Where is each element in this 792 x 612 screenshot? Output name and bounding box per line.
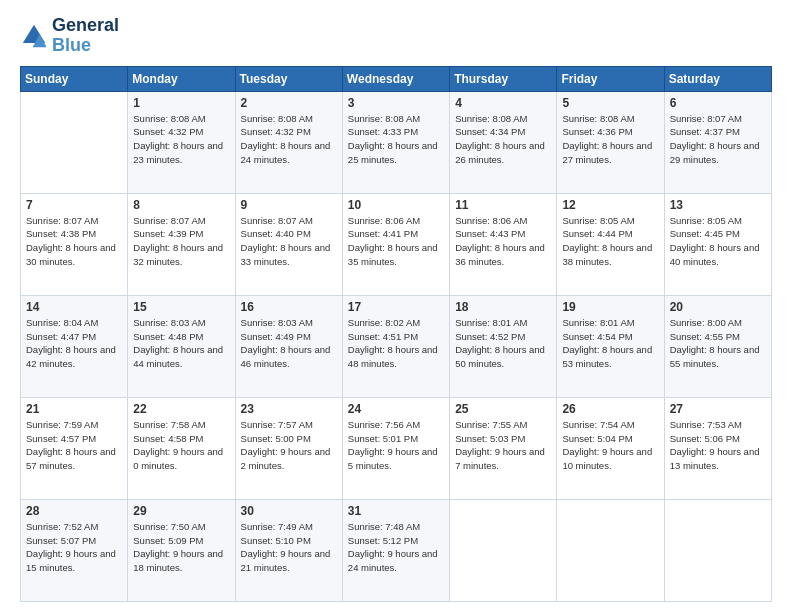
day-info: Sunrise: 8:03 AM Sunset: 4:48 PM Dayligh… xyxy=(133,316,229,371)
weekday-header-monday: Monday xyxy=(128,66,235,91)
calendar-cell: 28Sunrise: 7:52 AM Sunset: 5:07 PM Dayli… xyxy=(21,499,128,601)
day-number: 4 xyxy=(455,96,551,110)
calendar-cell: 15Sunrise: 8:03 AM Sunset: 4:48 PM Dayli… xyxy=(128,295,235,397)
day-number: 12 xyxy=(562,198,658,212)
header: General Blue xyxy=(20,16,772,56)
day-number: 30 xyxy=(241,504,337,518)
calendar-cell: 16Sunrise: 8:03 AM Sunset: 4:49 PM Dayli… xyxy=(235,295,342,397)
day-number: 8 xyxy=(133,198,229,212)
calendar-cell: 1Sunrise: 8:08 AM Sunset: 4:32 PM Daylig… xyxy=(128,91,235,193)
calendar-cell: 7Sunrise: 8:07 AM Sunset: 4:38 PM Daylig… xyxy=(21,193,128,295)
day-number: 23 xyxy=(241,402,337,416)
day-info: Sunrise: 7:53 AM Sunset: 5:06 PM Dayligh… xyxy=(670,418,766,473)
day-info: Sunrise: 7:55 AM Sunset: 5:03 PM Dayligh… xyxy=(455,418,551,473)
day-info: Sunrise: 8:08 AM Sunset: 4:32 PM Dayligh… xyxy=(241,112,337,167)
calendar-cell: 8Sunrise: 8:07 AM Sunset: 4:39 PM Daylig… xyxy=(128,193,235,295)
day-number: 14 xyxy=(26,300,122,314)
day-number: 17 xyxy=(348,300,444,314)
calendar-cell: 14Sunrise: 8:04 AM Sunset: 4:47 PM Dayli… xyxy=(21,295,128,397)
day-info: Sunrise: 7:54 AM Sunset: 5:04 PM Dayligh… xyxy=(562,418,658,473)
weekday-header-friday: Friday xyxy=(557,66,664,91)
day-info: Sunrise: 8:05 AM Sunset: 4:44 PM Dayligh… xyxy=(562,214,658,269)
day-number: 31 xyxy=(348,504,444,518)
day-info: Sunrise: 7:50 AM Sunset: 5:09 PM Dayligh… xyxy=(133,520,229,575)
day-info: Sunrise: 8:07 AM Sunset: 4:39 PM Dayligh… xyxy=(133,214,229,269)
weekday-header-tuesday: Tuesday xyxy=(235,66,342,91)
day-info: Sunrise: 7:52 AM Sunset: 5:07 PM Dayligh… xyxy=(26,520,122,575)
weekday-header-wednesday: Wednesday xyxy=(342,66,449,91)
weekday-header-saturday: Saturday xyxy=(664,66,771,91)
day-number: 11 xyxy=(455,198,551,212)
calendar-cell: 13Sunrise: 8:05 AM Sunset: 4:45 PM Dayli… xyxy=(664,193,771,295)
calendar-cell: 17Sunrise: 8:02 AM Sunset: 4:51 PM Dayli… xyxy=(342,295,449,397)
calendar-week-2: 14Sunrise: 8:04 AM Sunset: 4:47 PM Dayli… xyxy=(21,295,772,397)
day-number: 2 xyxy=(241,96,337,110)
calendar-cell: 4Sunrise: 8:08 AM Sunset: 4:34 PM Daylig… xyxy=(450,91,557,193)
day-number: 13 xyxy=(670,198,766,212)
day-number: 1 xyxy=(133,96,229,110)
calendar-week-0: 1Sunrise: 8:08 AM Sunset: 4:32 PM Daylig… xyxy=(21,91,772,193)
weekday-row: SundayMondayTuesdayWednesdayThursdayFrid… xyxy=(21,66,772,91)
day-number: 29 xyxy=(133,504,229,518)
day-number: 10 xyxy=(348,198,444,212)
day-number: 28 xyxy=(26,504,122,518)
day-info: Sunrise: 8:05 AM Sunset: 4:45 PM Dayligh… xyxy=(670,214,766,269)
day-info: Sunrise: 8:08 AM Sunset: 4:33 PM Dayligh… xyxy=(348,112,444,167)
day-info: Sunrise: 8:00 AM Sunset: 4:55 PM Dayligh… xyxy=(670,316,766,371)
day-info: Sunrise: 8:08 AM Sunset: 4:34 PM Dayligh… xyxy=(455,112,551,167)
calendar-cell: 9Sunrise: 8:07 AM Sunset: 4:40 PM Daylig… xyxy=(235,193,342,295)
calendar-cell: 27Sunrise: 7:53 AM Sunset: 5:06 PM Dayli… xyxy=(664,397,771,499)
day-number: 24 xyxy=(348,402,444,416)
day-number: 19 xyxy=(562,300,658,314)
day-number: 3 xyxy=(348,96,444,110)
calendar-cell xyxy=(557,499,664,601)
calendar-cell: 11Sunrise: 8:06 AM Sunset: 4:43 PM Dayli… xyxy=(450,193,557,295)
day-info: Sunrise: 7:49 AM Sunset: 5:10 PM Dayligh… xyxy=(241,520,337,575)
calendar-table: SundayMondayTuesdayWednesdayThursdayFrid… xyxy=(20,66,772,602)
calendar-cell: 23Sunrise: 7:57 AM Sunset: 5:00 PM Dayli… xyxy=(235,397,342,499)
day-number: 20 xyxy=(670,300,766,314)
calendar-cell xyxy=(664,499,771,601)
calendar-cell: 24Sunrise: 7:56 AM Sunset: 5:01 PM Dayli… xyxy=(342,397,449,499)
day-info: Sunrise: 7:56 AM Sunset: 5:01 PM Dayligh… xyxy=(348,418,444,473)
calendar-cell: 31Sunrise: 7:48 AM Sunset: 5:12 PM Dayli… xyxy=(342,499,449,601)
calendar-cell: 5Sunrise: 8:08 AM Sunset: 4:36 PM Daylig… xyxy=(557,91,664,193)
day-info: Sunrise: 7:48 AM Sunset: 5:12 PM Dayligh… xyxy=(348,520,444,575)
day-info: Sunrise: 8:01 AM Sunset: 4:52 PM Dayligh… xyxy=(455,316,551,371)
day-info: Sunrise: 8:03 AM Sunset: 4:49 PM Dayligh… xyxy=(241,316,337,371)
day-info: Sunrise: 8:06 AM Sunset: 4:43 PM Dayligh… xyxy=(455,214,551,269)
day-info: Sunrise: 7:57 AM Sunset: 5:00 PM Dayligh… xyxy=(241,418,337,473)
calendar-week-1: 7Sunrise: 8:07 AM Sunset: 4:38 PM Daylig… xyxy=(21,193,772,295)
day-number: 5 xyxy=(562,96,658,110)
weekday-header-thursday: Thursday xyxy=(450,66,557,91)
day-number: 7 xyxy=(26,198,122,212)
day-info: Sunrise: 8:08 AM Sunset: 4:36 PM Dayligh… xyxy=(562,112,658,167)
day-info: Sunrise: 8:01 AM Sunset: 4:54 PM Dayligh… xyxy=(562,316,658,371)
calendar-week-4: 28Sunrise: 7:52 AM Sunset: 5:07 PM Dayli… xyxy=(21,499,772,601)
calendar-cell xyxy=(21,91,128,193)
calendar-week-3: 21Sunrise: 7:59 AM Sunset: 4:57 PM Dayli… xyxy=(21,397,772,499)
calendar-cell: 19Sunrise: 8:01 AM Sunset: 4:54 PM Dayli… xyxy=(557,295,664,397)
calendar-header: SundayMondayTuesdayWednesdayThursdayFrid… xyxy=(21,66,772,91)
day-info: Sunrise: 7:58 AM Sunset: 4:58 PM Dayligh… xyxy=(133,418,229,473)
day-number: 21 xyxy=(26,402,122,416)
calendar-cell: 10Sunrise: 8:06 AM Sunset: 4:41 PM Dayli… xyxy=(342,193,449,295)
weekday-header-sunday: Sunday xyxy=(21,66,128,91)
calendar-cell: 3Sunrise: 8:08 AM Sunset: 4:33 PM Daylig… xyxy=(342,91,449,193)
day-info: Sunrise: 8:07 AM Sunset: 4:40 PM Dayligh… xyxy=(241,214,337,269)
calendar-cell: 30Sunrise: 7:49 AM Sunset: 5:10 PM Dayli… xyxy=(235,499,342,601)
day-number: 18 xyxy=(455,300,551,314)
day-number: 22 xyxy=(133,402,229,416)
day-number: 15 xyxy=(133,300,229,314)
day-number: 26 xyxy=(562,402,658,416)
day-number: 16 xyxy=(241,300,337,314)
calendar-cell: 6Sunrise: 8:07 AM Sunset: 4:37 PM Daylig… xyxy=(664,91,771,193)
calendar-cell: 12Sunrise: 8:05 AM Sunset: 4:44 PM Dayli… xyxy=(557,193,664,295)
day-info: Sunrise: 7:59 AM Sunset: 4:57 PM Dayligh… xyxy=(26,418,122,473)
day-info: Sunrise: 8:04 AM Sunset: 4:47 PM Dayligh… xyxy=(26,316,122,371)
day-number: 27 xyxy=(670,402,766,416)
day-info: Sunrise: 8:07 AM Sunset: 4:38 PM Dayligh… xyxy=(26,214,122,269)
day-info: Sunrise: 8:07 AM Sunset: 4:37 PM Dayligh… xyxy=(670,112,766,167)
logo-icon xyxy=(20,22,48,50)
day-info: Sunrise: 8:08 AM Sunset: 4:32 PM Dayligh… xyxy=(133,112,229,167)
